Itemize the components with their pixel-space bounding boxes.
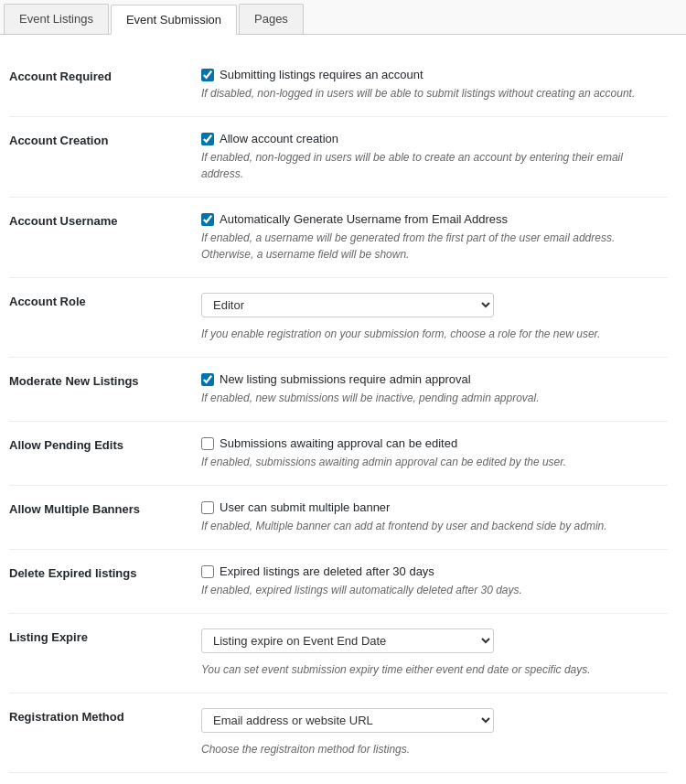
setting-row-account-required: Account RequiredSubmitting listings requ… [9,53,668,117]
setting-label-account-username: Account Username [9,212,201,228]
settings-content: Account RequiredSubmitting listings requ… [0,35,686,784]
setting-row-delete-expired-listings: Delete Expired listingsExpired listings … [9,550,668,614]
setting-control-listing-expire: Listing expire on Event End DateSpecific… [201,628,668,678]
checkbox-allow-pending-edits[interactable] [201,437,214,450]
checkbox-account-required[interactable] [201,69,214,81]
help-text-allow-multiple-banners: If enabled, Multiple banner can add at f… [201,518,668,534]
help-text-account-required: If disabled, non-logged in users will be… [201,85,668,102]
checkbox-label-allow-multiple-banners: User can submit multiple banner [220,500,390,514]
setting-row-account-role: Account RoleEditorSubscriberContributorA… [9,278,668,358]
setting-label-account-creation: Account Creation [9,132,201,147]
checkbox-row-account-username: Automatically Generate Username from Ema… [201,212,668,226]
tab-event-listings[interactable]: Event Listings [4,4,109,34]
tab-event-submission[interactable]: Event Submission [111,5,237,35]
help-text-account-role: If you enable registration on your submi… [201,326,668,342]
checkbox-label-delete-expired-listings: Expired listings are deleted after 30 da… [220,564,434,578]
setting-label-moderate-new-listings: Moderate New Listings [9,372,201,388]
setting-control-allow-pending-edits: Submissions awaiting approval can be edi… [201,436,668,470]
select-registration-method[interactable]: Email address or website URLEmail addres… [201,708,494,733]
setting-row-moderate-new-listings: Moderate New ListingsNew listing submiss… [9,358,668,422]
checkbox-allow-multiple-banners[interactable] [201,501,214,514]
help-text-account-creation: If enabled, non-logged in users will be … [201,149,668,182]
help-text-moderate-new-listings: If enabled, new submissions will be inac… [201,390,668,406]
setting-label-registration-method: Registration Method [9,708,201,724]
checkbox-label-account-required: Submitting listings requires an account [220,68,423,81]
checkbox-delete-expired-listings[interactable] [201,565,214,578]
setting-control-account-username: Automatically Generate Username from Ema… [201,212,668,263]
tabs-bar: Event ListingsEvent SubmissionPages [0,0,686,35]
setting-control-account-required: Submitting listings requires an accountI… [201,68,668,102]
checkbox-label-account-username: Automatically Generate Username from Ema… [220,212,508,226]
checkbox-label-allow-pending-edits: Submissions awaiting approval can be edi… [220,436,457,450]
setting-label-account-required: Account Required [9,68,201,83]
setting-control-registration-method: Email address or website URLEmail addres… [201,708,668,757]
setting-control-delete-expired-listings: Expired listings are deleted after 30 da… [201,564,668,598]
help-text-listing-expire: You can set event submission expiry time… [201,661,668,678]
setting-row-listing-expire: Listing ExpireListing expire on Event En… [9,614,668,693]
help-text-account-username: If enabled, a username will be generated… [201,230,668,263]
setting-label-allow-multiple-banners: Allow Multiple Banners [9,500,201,516]
checkbox-account-creation[interactable] [201,133,214,145]
setting-control-moderate-new-listings: New listing submissions require admin ap… [201,372,668,406]
page-wrap: Event ListingsEvent SubmissionPages Acco… [0,0,686,784]
help-text-allow-pending-edits: If enabled, submissions awaiting admin a… [201,454,668,470]
setting-row-allow-multiple-banners: Allow Multiple BannersUser can submit mu… [9,486,668,550]
setting-label-allow-pending-edits: Allow Pending Edits [9,436,201,452]
checkbox-label-moderate-new-listings: New listing submissions require admin ap… [220,372,471,386]
setting-row-account-username: Account UsernameAutomatically Generate U… [9,198,668,278]
checkbox-label-account-creation: Allow account creation [220,132,338,145]
setting-row-account-creation: Account CreationAllow account creationIf… [9,117,668,198]
help-text-delete-expired-listings: If enabled, expired listings will automa… [201,582,668,598]
setting-control-account-role: EditorSubscriberContributorAuthorIf you … [201,293,668,342]
setting-control-allow-multiple-banners: User can submit multiple bannerIf enable… [201,500,668,534]
checkbox-moderate-new-listings[interactable] [201,373,214,386]
setting-row-registration-method: Registration MethodEmail address or webs… [9,693,668,773]
setting-label-delete-expired-listings: Delete Expired listings [9,564,201,580]
help-text-registration-method: Choose the registraiton method for listi… [201,741,668,757]
setting-row-allow-pending-edits: Allow Pending EditsSubmissions awaiting … [9,422,668,486]
select-account-role[interactable]: EditorSubscriberContributorAuthor [201,293,494,317]
select-listing-expire[interactable]: Listing expire on Event End DateSpecific… [201,628,494,653]
setting-control-account-creation: Allow account creationIf enabled, non-lo… [201,132,668,182]
checkbox-row-account-required: Submitting listings requires an account [201,68,668,81]
tab-pages[interactable]: Pages [239,4,304,34]
checkbox-row-moderate-new-listings: New listing submissions require admin ap… [201,372,668,386]
checkbox-account-username[interactable] [201,213,214,226]
setting-label-account-role: Account Role [9,293,201,308]
checkbox-row-account-creation: Allow account creation [201,132,668,145]
checkbox-row-allow-pending-edits: Submissions awaiting approval can be edi… [201,436,668,450]
setting-label-listing-expire: Listing Expire [9,628,201,644]
checkbox-row-allow-multiple-banners: User can submit multiple banner [201,500,668,514]
checkbox-row-delete-expired-listings: Expired listings are deleted after 30 da… [201,564,668,578]
